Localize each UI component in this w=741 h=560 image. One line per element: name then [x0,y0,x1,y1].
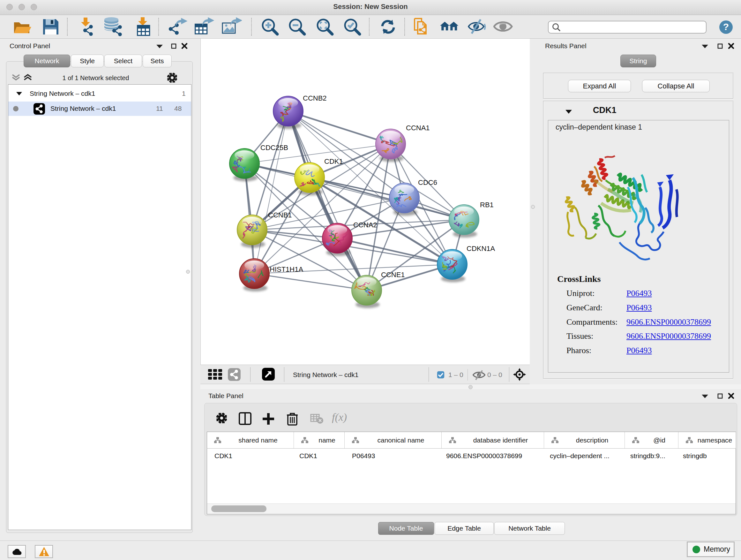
svg-text:CDK1: CDK1 [324,158,343,165]
svg-text:?: ? [723,21,729,32]
svg-text:HIST1H1A: HIST1H1A [270,265,303,273]
svg-text:CCNA1: CCNA1 [406,124,430,132]
svg-text:CDKN1A: CDKN1A [467,245,495,253]
svg-text:CDC6: CDC6 [418,179,437,186]
svg-text:CCNA2: CCNA2 [353,221,377,229]
svg-text:CCNB2: CCNB2 [303,94,327,102]
svg-text:RB1: RB1 [480,201,494,209]
svg-text:CCNB1: CCNB1 [268,211,292,219]
svg-text:CCNE1: CCNE1 [381,271,405,279]
svg-text:CDC25B: CDC25B [260,144,288,152]
